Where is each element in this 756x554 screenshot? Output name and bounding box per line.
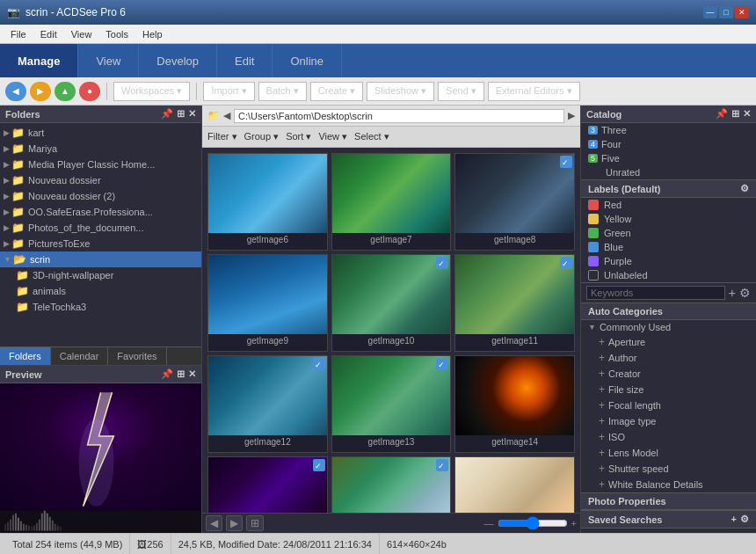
- preview-close-button[interactable]: ✕: [188, 368, 196, 380]
- send-dropdown[interactable]: Send ▾: [438, 82, 484, 101]
- path-arrow-right[interactable]: ▶: [568, 110, 575, 121]
- image-cell-12[interactable]: ✓ getImage12: [207, 355, 328, 453]
- nav-next-button[interactable]: ⊞: [246, 515, 264, 531]
- autocat-commonly-used[interactable]: ▼ Commonly Used: [581, 320, 756, 334]
- rating-three[interactable]: 3 Three: [581, 123, 756, 137]
- folder-item-mariya[interactable]: ▶ 📁 Mariya: [0, 141, 201, 157]
- nav-play-button[interactable]: ▶: [226, 515, 243, 531]
- preview-pin-button[interactable]: 📌: [161, 368, 173, 380]
- rating-four[interactable]: 4 Four: [581, 137, 756, 151]
- tab-calendar[interactable]: Calendar: [51, 347, 109, 365]
- minimize-button[interactable]: —: [703, 6, 717, 18]
- folder-item-scrin[interactable]: ▼ 📂 scrin: [0, 251, 201, 267]
- preview-float-button[interactable]: ⊞: [177, 368, 185, 380]
- group-dropdown[interactable]: Group ▾: [244, 131, 280, 142]
- menu-help[interactable]: Help: [135, 27, 170, 41]
- label-green[interactable]: Green: [581, 226, 756, 240]
- tab-favorites[interactable]: Favorites: [108, 347, 166, 365]
- panel-float-button[interactable]: ⊞: [177, 108, 185, 120]
- sort-dropdown[interactable]: Sort ▾: [286, 131, 311, 142]
- nav-stop-button[interactable]: ●: [79, 82, 100, 101]
- nav-forward-button[interactable]: ▶: [30, 82, 51, 101]
- nav-up-button[interactable]: ▲: [55, 82, 76, 101]
- label-blue[interactable]: Blue: [581, 240, 756, 254]
- image-cell-13[interactable]: ✓ getImage13: [331, 355, 452, 453]
- batch-dropdown[interactable]: Batch ▾: [258, 82, 307, 101]
- menu-view[interactable]: View: [64, 27, 99, 41]
- create-dropdown[interactable]: Create ▾: [310, 82, 363, 101]
- folder-item-3d-night[interactable]: 📁 3D-night-wallpaper: [0, 267, 201, 283]
- saved-searches-add-button[interactable]: +: [731, 514, 737, 525]
- image-cell-8[interactable]: ✓ getImage8: [454, 153, 575, 251]
- rating-unrated[interactable]: Unrated: [581, 165, 756, 179]
- autocat-author[interactable]: + Author: [581, 350, 756, 366]
- tab-view[interactable]: View: [78, 44, 139, 77]
- autocat-filesize[interactable]: + File size: [581, 382, 756, 397]
- catalog-pin-button[interactable]: 📌: [716, 108, 728, 120]
- import-dropdown[interactable]: Import ▾: [203, 82, 254, 101]
- panel-pin-button[interactable]: 📌: [161, 108, 173, 120]
- autocat-iso[interactable]: + ISO: [581, 429, 756, 445]
- workspaces-dropdown[interactable]: Workspaces ▾: [113, 82, 190, 101]
- zoom-slider[interactable]: [498, 516, 568, 530]
- label-unlabeled[interactable]: Unlabeled: [581, 268, 756, 282]
- menu-tools[interactable]: Tools: [98, 27, 135, 41]
- keywords-input[interactable]: [586, 286, 725, 300]
- maximize-button[interactable]: □: [719, 6, 733, 18]
- folder-item-picturestoexe[interactable]: ▶ 📁 PicturesToExe: [0, 236, 201, 251]
- filter-dropdown[interactable]: Filter ▾: [207, 131, 237, 142]
- autocat-creator[interactable]: + Creator: [581, 366, 756, 382]
- autocat-shutter-speed[interactable]: + Shutter speed: [581, 461, 756, 477]
- status-file-info: 24,5 KB, Modified Date: 24/08/2011 21:16…: [171, 534, 380, 554]
- image-cell-15[interactable]: ✓ getImage15: [207, 456, 328, 513]
- keywords-add-button[interactable]: +: [729, 286, 736, 300]
- image-cell-14[interactable]: getImage14: [454, 355, 575, 453]
- tab-develop[interactable]: Develop: [139, 44, 217, 77]
- folder-item-oosafe[interactable]: ▶ 📁 OO.SafeErase.Professiona...: [0, 204, 201, 220]
- image-cell-girl[interactable]: girl: [454, 456, 575, 513]
- path-arrow-left[interactable]: ◀: [223, 110, 230, 121]
- nav-prev-button[interactable]: ◀: [206, 515, 222, 531]
- tab-edit[interactable]: Edit: [217, 44, 273, 77]
- label-purple[interactable]: Purple: [581, 254, 756, 268]
- tab-online[interactable]: Online: [273, 44, 342, 77]
- tab-folders[interactable]: Folders: [0, 347, 51, 365]
- nav-back-button[interactable]: ◀: [5, 82, 26, 101]
- autocat-image-type[interactable]: + Image type: [581, 413, 756, 429]
- saved-searches-settings-icon[interactable]: ⚙: [740, 514, 749, 525]
- folder-item-kart[interactable]: ▶ 📁 kart: [0, 125, 201, 141]
- catalog-float-button[interactable]: ⊞: [731, 108, 739, 120]
- autocat-white-balance[interactable]: + White Balance Details: [581, 477, 756, 492]
- image-cell-9[interactable]: getImage9: [207, 254, 328, 352]
- menu-file[interactable]: File: [4, 27, 33, 41]
- path-input[interactable]: [234, 109, 564, 123]
- menu-edit[interactable]: Edit: [33, 27, 64, 41]
- folder-item-teletochka[interactable]: 📁 TeleTochka3: [0, 299, 201, 315]
- image-cell-7[interactable]: getImage7: [331, 153, 452, 251]
- close-button[interactable]: ✕: [735, 6, 749, 18]
- image-cell-10[interactable]: ✓ getImage10: [331, 254, 452, 352]
- tab-manage[interactable]: Manage: [0, 44, 78, 77]
- image-cell-11[interactable]: ✓ getImage11: [454, 254, 575, 352]
- label-red[interactable]: Red: [581, 198, 756, 212]
- keywords-settings-button[interactable]: ⚙: [739, 286, 751, 300]
- catalog-close-button[interactable]: ✕: [743, 108, 751, 120]
- autocat-lens-model[interactable]: + Lens Model: [581, 445, 756, 461]
- folder-item-nouveau[interactable]: ▶ 📁 Nouveau dossier: [0, 172, 201, 188]
- view-dropdown[interactable]: View ▾: [318, 131, 347, 142]
- autocat-focal-length[interactable]: + Focal length: [581, 397, 756, 413]
- autocat-aperture[interactable]: + Aperture: [581, 334, 756, 350]
- panel-close-button[interactable]: ✕: [188, 108, 196, 120]
- slideshow-dropdown[interactable]: Slideshow ▾: [367, 82, 434, 101]
- folder-item-mediaplayer[interactable]: ▶ 📁 Media Player Classic Home...: [0, 157, 201, 172]
- external-editors-dropdown[interactable]: External Editors ▾: [488, 82, 580, 101]
- image-cell-16[interactable]: ✓ getImage16: [331, 456, 452, 513]
- image-cell-6[interactable]: getImage6: [207, 153, 328, 251]
- rating-five[interactable]: 5 Five: [581, 151, 756, 165]
- folder-item-nouveau2[interactable]: ▶ 📁 Nouveau dossier (2): [0, 188, 201, 204]
- label-yellow[interactable]: Yellow: [581, 212, 756, 226]
- labels-settings-icon[interactable]: ⚙: [740, 183, 749, 194]
- select-dropdown[interactable]: Select ▾: [354, 131, 389, 142]
- folder-item-animals[interactable]: 📁 animals: [0, 283, 201, 299]
- folder-item-photos[interactable]: ▶ 📁 Photos_of_the_documen...: [0, 220, 201, 236]
